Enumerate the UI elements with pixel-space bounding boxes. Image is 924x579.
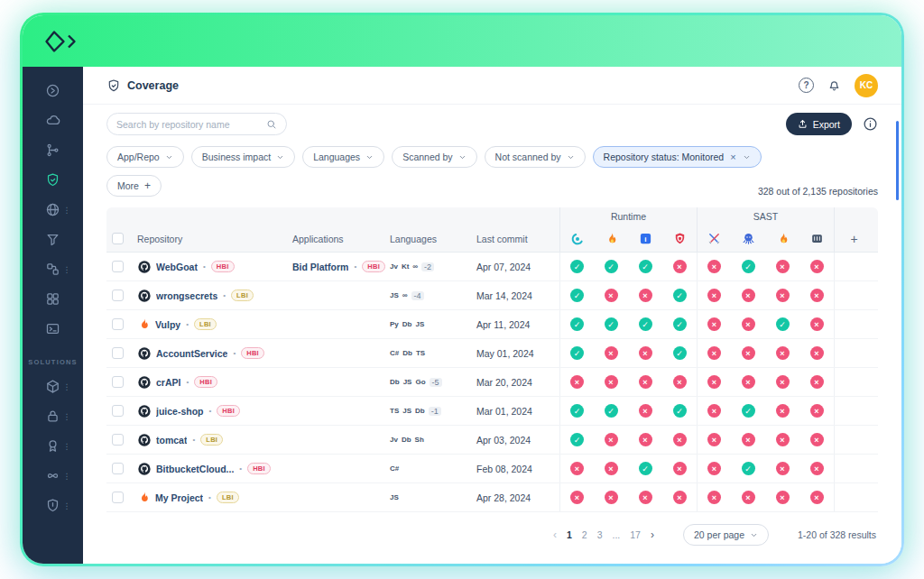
status-not-covered-icon[interactable]: × xyxy=(742,346,755,360)
status-not-covered-icon[interactable]: × xyxy=(605,289,618,302)
search-input[interactable] xyxy=(116,119,261,130)
tool-column-red-shield-icon[interactable] xyxy=(662,225,697,252)
status-not-covered-icon[interactable]: × xyxy=(707,433,721,446)
repository-link[interactable]: tomcat xyxy=(156,435,187,446)
page-number[interactable]: 17 xyxy=(630,529,641,540)
status-not-covered-icon[interactable]: × xyxy=(776,462,790,475)
status-covered-icon[interactable]: ✓ xyxy=(776,317,790,331)
status-not-covered-icon[interactable]: × xyxy=(605,491,618,504)
column-header-applications[interactable]: Applications xyxy=(292,234,390,244)
page-number[interactable]: 3 xyxy=(597,529,603,540)
status-covered-icon[interactable]: ✓ xyxy=(570,346,584,360)
status-not-covered-icon[interactable]: × xyxy=(605,433,618,446)
scrollbar-thumb[interactable] xyxy=(896,121,899,200)
status-covered-icon[interactable]: ✓ xyxy=(605,404,618,418)
repository-link[interactable]: juice-shop xyxy=(156,406,204,417)
status-not-covered-icon[interactable]: × xyxy=(776,289,790,302)
status-covered-icon[interactable]: ✓ xyxy=(570,433,584,446)
sidebar-item-branch[interactable] xyxy=(23,135,83,165)
status-not-covered-icon[interactable]: × xyxy=(570,462,584,475)
status-covered-icon[interactable]: ✓ xyxy=(605,260,618,273)
remove-filter-icon[interactable]: × xyxy=(730,152,735,162)
status-not-covered-icon[interactable]: × xyxy=(776,491,790,504)
row-checkbox[interactable] xyxy=(112,405,124,417)
row-checkbox[interactable] xyxy=(112,261,124,272)
status-covered-icon[interactable]: ✓ xyxy=(742,404,755,418)
row-checkbox[interactable] xyxy=(112,463,124,474)
tool-column-container-icon[interactable] xyxy=(799,225,834,252)
repository-link[interactable]: AccountService xyxy=(156,348,227,359)
status-not-covered-icon[interactable]: × xyxy=(673,260,687,273)
tool-column-octopus-icon[interactable] xyxy=(731,225,765,252)
tool-column-flame-tool-icon[interactable] xyxy=(765,225,799,252)
languages-overflow-count[interactable]: -1 xyxy=(429,407,441,416)
apiiro-logo[interactable] xyxy=(44,30,82,53)
row-checkbox[interactable] xyxy=(112,376,124,388)
sidebar-item-workflow[interactable]: ⋮ xyxy=(23,254,83,284)
status-not-covered-icon[interactable]: × xyxy=(605,346,618,360)
status-not-covered-icon[interactable]: × xyxy=(605,375,618,389)
languages-overflow-count[interactable]: -5 xyxy=(430,378,442,387)
repository-link[interactable]: Vulpy xyxy=(155,319,180,330)
status-covered-icon[interactable]: ✓ xyxy=(570,317,584,331)
sidebar-item-lock[interactable]: ⋮ xyxy=(23,401,83,431)
status-not-covered-icon[interactable]: × xyxy=(810,404,824,418)
repository-link[interactable]: crAPI xyxy=(156,377,180,388)
status-not-covered-icon[interactable]: × xyxy=(776,433,790,446)
status-not-covered-icon[interactable]: × xyxy=(742,289,755,302)
sidebar-item-shield[interactable] xyxy=(23,165,83,195)
status-covered-icon[interactable]: ✓ xyxy=(605,317,618,331)
row-checkbox[interactable] xyxy=(112,434,124,446)
status-not-covered-icon[interactable]: × xyxy=(707,375,721,389)
status-covered-icon[interactable]: ✓ xyxy=(742,260,755,273)
status-not-covered-icon[interactable]: × xyxy=(810,375,824,389)
status-not-covered-icon[interactable]: × xyxy=(742,375,755,389)
repository-link[interactable]: BitbucketCloud... xyxy=(156,464,234,474)
sidebar-item-cube[interactable]: ⋮ xyxy=(23,372,83,401)
status-not-covered-icon[interactable]: × xyxy=(742,491,755,504)
status-not-covered-icon[interactable]: × xyxy=(570,491,584,504)
more-filters-button[interactable]: More + xyxy=(106,175,162,197)
previous-page-button[interactable]: ‹ xyxy=(553,528,557,541)
languages-overflow-count[interactable]: -4 xyxy=(411,291,424,300)
status-not-covered-icon[interactable]: × xyxy=(776,404,790,418)
application-link[interactable]: Bid Platform xyxy=(292,262,348,272)
status-covered-icon[interactable]: ✓ xyxy=(673,317,687,331)
status-not-covered-icon[interactable]: × xyxy=(776,260,790,273)
status-covered-icon[interactable]: ✓ xyxy=(570,289,584,302)
tool-column-contrast-icon[interactable] xyxy=(559,225,594,252)
status-not-covered-icon[interactable]: × xyxy=(673,491,687,504)
filter-chip-3[interactable]: Scanned by xyxy=(392,146,476,168)
row-checkbox[interactable] xyxy=(112,290,124,301)
status-covered-icon[interactable]: ✓ xyxy=(570,260,584,273)
status-not-covered-icon[interactable]: × xyxy=(707,317,721,331)
per-page-select[interactable]: 20 per page xyxy=(683,524,769,546)
status-covered-icon[interactable]: ✓ xyxy=(639,462,652,475)
status-not-covered-icon[interactable]: × xyxy=(639,346,652,360)
sidebar-item-grid[interactable] xyxy=(23,284,83,314)
status-covered-icon[interactable]: ✓ xyxy=(673,289,687,302)
sidebar-item-globe[interactable]: ⋮ xyxy=(23,195,83,225)
status-not-covered-icon[interactable]: × xyxy=(742,433,755,446)
status-not-covered-icon[interactable]: × xyxy=(639,404,652,418)
status-not-covered-icon[interactable]: × xyxy=(673,375,687,389)
export-button[interactable]: Export xyxy=(786,113,852,135)
status-covered-icon[interactable]: ✓ xyxy=(742,462,755,475)
status-not-covered-icon[interactable]: × xyxy=(776,346,790,360)
status-not-covered-icon[interactable]: × xyxy=(570,375,584,389)
sidebar-item-infinity[interactable]: ⋮ xyxy=(23,461,83,491)
status-covered-icon[interactable]: ✓ xyxy=(639,260,652,273)
status-not-covered-icon[interactable]: × xyxy=(707,260,721,273)
languages-overflow-count[interactable]: -2 xyxy=(421,262,434,271)
filter-chip-4[interactable]: Not scanned by xyxy=(485,146,586,168)
add-column-button[interactable]: + xyxy=(850,233,857,245)
column-header-languages[interactable]: Languages xyxy=(390,234,476,244)
filter-chip-1[interactable]: Business impact xyxy=(191,146,295,168)
status-not-covered-icon[interactable]: × xyxy=(639,433,652,446)
status-not-covered-icon[interactable]: × xyxy=(673,433,687,446)
status-not-covered-icon[interactable]: × xyxy=(810,260,824,273)
filter-chip-active[interactable]: Repository status: Monitored× xyxy=(593,146,762,168)
tool-column-flame-tool-icon[interactable] xyxy=(594,225,628,252)
status-not-covered-icon[interactable]: × xyxy=(810,289,824,302)
status-not-covered-icon[interactable]: × xyxy=(810,346,824,360)
